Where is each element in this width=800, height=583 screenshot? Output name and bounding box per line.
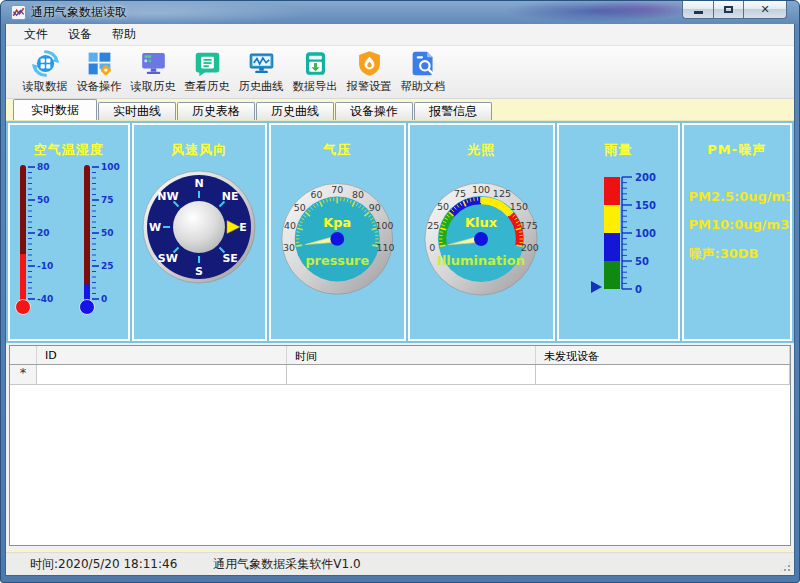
button-view-history[interactable]: 查看历史 — [180, 48, 234, 95]
table-row[interactable]: * — [10, 365, 790, 385]
rain-segment — [604, 233, 620, 261]
window-title: 通用气象数据读取 — [31, 4, 127, 21]
rain-pointer — [591, 281, 602, 293]
svg-text:40: 40 — [284, 220, 296, 231]
svg-text:20: 20 — [37, 228, 50, 238]
rain-segment — [604, 261, 620, 289]
menu-file[interactable]: 文件 — [14, 24, 58, 45]
menubar: 文件 设备 帮助 — [6, 24, 794, 46]
toolbar-label: 历史曲线 — [238, 79, 283, 95]
tab-realtime-curve[interactable]: 实时曲线 — [98, 102, 176, 120]
button-read-data[interactable]: 读取数据 — [18, 48, 72, 95]
pm10-value: PM10:0ug/m3 — [689, 217, 791, 232]
illumination-gauge: 0255075100125150175200KluxIllumination — [414, 161, 548, 303]
panel-wind: 风速风向 NNEESESSWWNW — [132, 123, 268, 341]
toolbar-label: 读取历史 — [130, 79, 175, 95]
cell-time[interactable] — [287, 365, 536, 385]
panel-temp-humidity: 空气温湿度 805020-10-40 1007550250 — [8, 123, 130, 341]
dashboard: 空气温湿度 805020-10-40 1007550250 风速风向 NNEES… — [6, 121, 794, 343]
pm25-value: PM2.5:0ug/m3 — [689, 189, 791, 204]
cell-id[interactable] — [37, 365, 287, 385]
svg-text:100: 100 — [376, 220, 394, 231]
panel-pm-noise: PM-噪声 PM2.5:0ug/m3 PM10:0ug/m3 噪声:30DB — [682, 123, 793, 341]
rain-segment — [604, 205, 620, 233]
toolbar-label: 查看历史 — [184, 79, 229, 95]
tab-realtime-data[interactable]: 实时数据 — [13, 99, 97, 120]
close-button[interactable]: ✕ — [743, 1, 787, 19]
wind-compass: NNEESESSWWNW — [140, 168, 258, 286]
temperature-thermometer: 805020-10-40 — [11, 161, 63, 317]
panel-pressure: 气压 30405060708090100110Kpapressure — [269, 123, 406, 341]
statusbar: 时间:2020/5/20 18:11:46 通用气象数据采集软件V1.0 — [6, 552, 794, 575]
app-window: 通用气象数据读取 ✕ 文件 设备 帮助 读取数据 设备操作 — [0, 0, 800, 583]
grid-area: ID 时间 未发现设备 * — [6, 343, 794, 549]
client-area: 文件 设备 帮助 读取数据 设备操作 读取历史 — [5, 24, 795, 576]
cell-device[interactable] — [536, 365, 790, 385]
svg-text:150: 150 — [635, 200, 656, 211]
svg-text:150: 150 — [510, 201, 528, 212]
panel-illumination: 光照 0255075100125150175200KluxIlluminatio… — [408, 123, 556, 341]
svg-text:75: 75 — [454, 188, 466, 199]
tab-alarm-info[interactable]: 报警信息 — [414, 102, 492, 120]
svg-text:0: 0 — [429, 242, 435, 253]
panel-title: 空气温湿度 — [10, 141, 128, 159]
data-table[interactable]: ID 时间 未发现设备 * — [9, 345, 791, 546]
humidity-thermometer: 1007550250 — [75, 161, 127, 317]
button-data-export[interactable]: 数据导出 — [288, 48, 342, 95]
svg-text:NW: NW — [157, 190, 178, 203]
gauge-hub — [474, 232, 488, 246]
purple-monitor-icon — [139, 49, 168, 78]
status-time: 时间:2020/5/20 18:11:46 — [30, 556, 177, 573]
table-empty-area — [10, 385, 790, 545]
svg-text:125: 125 — [493, 188, 511, 199]
app-icon — [11, 5, 26, 20]
svg-text:75: 75 — [101, 195, 114, 205]
svg-text:25: 25 — [101, 261, 114, 271]
pressure-gauge: 30405060708090100110Kpapressure — [271, 161, 404, 303]
svg-text:NE: NE — [222, 190, 239, 203]
svg-text:200: 200 — [635, 172, 656, 183]
svg-text:50: 50 — [437, 201, 449, 212]
tab-history-curve[interactable]: 历史曲线 — [256, 102, 334, 120]
column-header-device[interactable]: 未发现设备 — [536, 346, 790, 364]
column-header-time[interactable]: 时间 — [287, 346, 536, 364]
titlebar[interactable]: 通用气象数据读取 ✕ — [5, 1, 795, 24]
toolbar: 读取数据 设备操作 读取历史 查看历史 — [6, 46, 794, 99]
panel-title: 风速风向 — [134, 141, 266, 159]
toolbar-label: 报警设置 — [346, 79, 391, 95]
svg-text:80: 80 — [352, 189, 364, 200]
menu-device[interactable]: 设备 — [58, 24, 102, 45]
svg-text:100: 100 — [101, 162, 120, 172]
thermometer-tube — [84, 165, 90, 305]
svg-text:W: W — [149, 221, 161, 234]
maximize-icon — [724, 6, 733, 13]
svg-text:30: 30 — [283, 242, 295, 253]
toolbar-label: 数据导出 — [292, 79, 337, 95]
column-header-id[interactable]: ID — [37, 346, 287, 364]
svg-text:100: 100 — [635, 228, 656, 239]
button-alarm-settings[interactable]: 报警设置 — [342, 48, 396, 95]
resize-grip[interactable] — [779, 560, 792, 573]
minimize-button[interactable] — [682, 1, 713, 19]
gauge-hub — [330, 232, 344, 246]
thermometer-bulb — [15, 300, 30, 315]
rain-bar-gauge: 200150100500 — [559, 163, 677, 313]
menu-help[interactable]: 帮助 — [102, 24, 146, 45]
svg-text:0: 0 — [635, 284, 642, 295]
new-row-marker: * — [10, 365, 37, 385]
tab-history-table[interactable]: 历史表格 — [177, 102, 255, 120]
svg-text:50: 50 — [294, 202, 306, 213]
svg-text:70: 70 — [331, 184, 343, 195]
tab-device-operation[interactable]: 设备操作 — [335, 102, 413, 120]
button-history-curve[interactable]: 历史曲线 — [234, 48, 288, 95]
close-icon: ✕ — [760, 4, 769, 15]
button-read-history[interactable]: 读取历史 — [126, 48, 180, 95]
refresh-windows-icon — [31, 49, 60, 78]
svg-text:100: 100 — [472, 184, 490, 195]
windows-gear-icon — [85, 49, 114, 78]
button-device-operation[interactable]: 设备操作 — [72, 48, 126, 95]
svg-text:S: S — [195, 265, 203, 278]
status-app-version: 通用气象数据采集软件V1.0 — [213, 556, 360, 573]
maximize-button[interactable] — [713, 1, 743, 19]
button-help-doc[interactable]: 帮助文档 — [396, 48, 450, 95]
